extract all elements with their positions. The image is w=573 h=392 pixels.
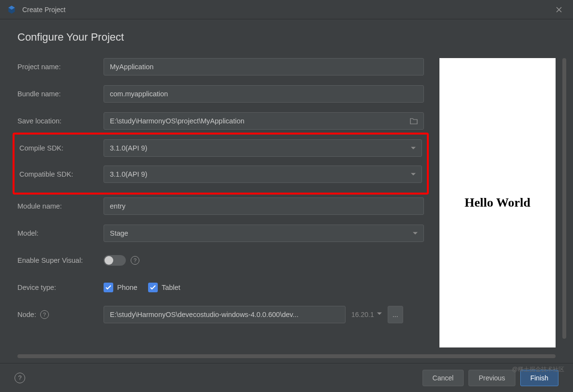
node-more-button[interactable]: ... xyxy=(388,306,403,323)
bundle-name-input[interactable]: com.myapplication xyxy=(104,85,424,103)
device-phone-item: Phone xyxy=(104,283,137,292)
model-label: Model: xyxy=(17,229,104,237)
close-icon xyxy=(556,7,562,13)
compile-sdk-label: Compile SDK: xyxy=(19,144,104,152)
toggle-knob xyxy=(105,256,113,265)
content-area: Configure Your Project Project name: MyA… xyxy=(0,19,573,358)
compatible-sdk-select[interactable]: 3.1.0(API 9) xyxy=(104,166,422,183)
project-name-row: Project name: MyApplication xyxy=(17,58,424,75)
module-name-input[interactable]: entry xyxy=(104,197,424,215)
check-icon xyxy=(150,285,156,290)
save-location-input[interactable]: E:\study\HarmonyOS\project\MyApplication xyxy=(104,112,424,130)
module-name-row: Module name: entry xyxy=(17,197,424,215)
preview-text: Hello World xyxy=(465,196,530,210)
enable-super-visual-label: Enable Super Visual: xyxy=(17,256,104,264)
help-icon[interactable]: ? xyxy=(131,256,139,265)
horizontal-scrollbar[interactable] xyxy=(17,354,556,358)
node-path-input[interactable]: E:\study\HarmonyOS\devecostudio-windows-… xyxy=(104,306,346,323)
device-type-label: Device type: xyxy=(17,284,104,291)
node-row: Node: ? E:\study\HarmonyOS\devecostudio-… xyxy=(17,306,424,323)
footer: ? Cancel Previous Finish xyxy=(0,363,573,392)
module-name-label: Module name: xyxy=(17,202,104,210)
chevron-down-icon xyxy=(411,147,416,150)
help-icon[interactable]: ? xyxy=(40,310,49,319)
bundle-name-row: Bundle name: com.myapplication xyxy=(17,85,424,103)
compatible-sdk-row: Compatible SDK: 3.1.0(API 9) xyxy=(17,166,424,183)
compile-sdk-select[interactable]: 3.1.0(API 9) xyxy=(104,139,422,157)
close-button[interactable] xyxy=(552,2,566,17)
chevron-down-icon xyxy=(413,232,418,235)
check-icon xyxy=(106,285,111,290)
footer-help-button[interactable]: ? xyxy=(15,373,25,383)
device-tablet-item: Tablet xyxy=(148,283,181,292)
project-name-input[interactable]: MyApplication xyxy=(104,58,424,75)
vertical-scrollbar[interactable] xyxy=(562,58,566,339)
node-label: Node: ? xyxy=(17,310,104,319)
device-tablet-label: Tablet xyxy=(162,284,181,291)
node-version-select[interactable]: 16.20.1 xyxy=(351,311,382,318)
folder-icon[interactable] xyxy=(410,118,418,124)
enable-super-visual-toggle[interactable] xyxy=(104,255,126,266)
sdk-highlight-box: Compile SDK: 3.1.0(API 9) Compatible SDK… xyxy=(13,133,429,195)
model-row: Model: Stage xyxy=(17,225,424,242)
titlebar: Create Project xyxy=(0,0,573,19)
bundle-name-label: Bundle name: xyxy=(17,90,104,98)
enable-super-visual-row: Enable Super Visual: ? xyxy=(17,252,424,269)
chevron-down-icon xyxy=(411,173,416,176)
preview-panel: Hello World xyxy=(439,58,556,347)
compatible-sdk-label: Compatible SDK: xyxy=(19,170,104,178)
form-column: Project name: MyApplication Bundle name:… xyxy=(17,58,424,347)
device-tablet-checkbox[interactable] xyxy=(148,283,158,292)
device-type-row: Device type: Phone xyxy=(17,279,424,296)
project-name-label: Project name: xyxy=(17,63,104,71)
compile-sdk-row: Compile SDK: 3.1.0(API 9) xyxy=(17,139,424,157)
device-phone-checkbox[interactable] xyxy=(104,283,113,292)
app-logo-icon xyxy=(7,5,16,15)
previous-button[interactable]: Previous xyxy=(468,370,515,386)
save-location-label: Save location: xyxy=(17,117,104,125)
page-title: Configure Your Project xyxy=(17,31,556,44)
device-phone-label: Phone xyxy=(117,284,137,291)
chevron-down-icon xyxy=(377,312,382,315)
window-title: Create Project xyxy=(22,6,65,14)
cancel-button[interactable]: Cancel xyxy=(422,370,464,386)
model-select[interactable]: Stage xyxy=(104,225,424,242)
save-location-row: Save location: E:\study\HarmonyOS\projec… xyxy=(17,112,424,130)
watermark: @稀土掘金技术社区 xyxy=(512,365,564,374)
